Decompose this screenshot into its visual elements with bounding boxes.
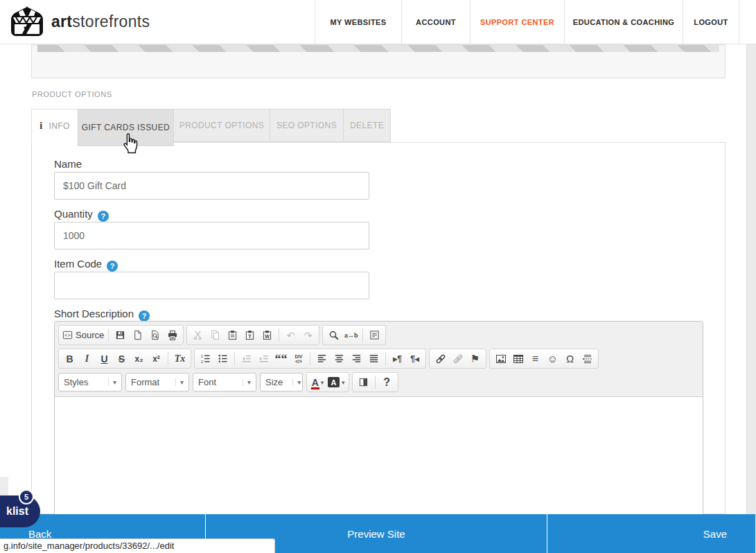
numbered-list-button[interactable] [197,350,214,367]
item-code-help-icon[interactable]: ? [107,261,118,272]
remove-format-button[interactable]: Tx [171,350,188,367]
redo-icon[interactable]: ↷ [299,326,317,344]
anchor-button[interactable]: ⚑ [466,350,484,367]
italic-button[interactable]: I [78,350,96,367]
print-button[interactable] [164,326,181,344]
size-dropdown[interactable]: Size▾ [260,373,303,392]
chevron-down-icon: ▾ [342,379,345,386]
source-button[interactable]: Source [61,326,105,344]
horizontal-line-button[interactable]: ≡ [527,350,544,367]
item-code-label-text: Item Code [54,258,102,270]
new-page-button[interactable] [129,326,146,344]
brand-regular: storefronts [72,12,150,30]
cut-icon[interactable] [189,326,206,344]
tab-seo-options[interactable]: SEO OPTIONS [270,109,344,142]
paste-text-button[interactable] [241,326,258,344]
brand-logo[interactable]: artstorefronts [10,6,150,37]
div-container-button[interactable] [290,350,307,367]
info-icon: i [39,121,42,132]
loading-stripe-bar [37,45,719,52]
nav-logout[interactable]: LOGOUT [683,0,739,44]
maximize-button[interactable] [355,374,372,391]
nav-my-websites[interactable]: MY WEBSITES [315,0,402,44]
nav-account[interactable]: ACCOUNT [402,0,471,44]
about-button[interactable]: ? [378,374,396,391]
quantity-help-icon[interactable]: ? [98,211,109,222]
background-color-button[interactable]: A▾ [326,374,346,391]
text-color-icon: A [312,378,319,387]
size-dropdown-label: Size [265,377,283,387]
tab-product-options-label: PRODUCT OPTIONS [179,121,264,130]
vertical-scrollbar[interactable] [746,44,756,553]
align-left-button[interactable] [313,350,331,367]
bulleted-list-button[interactable] [214,350,231,367]
info-tab-panel: Name Quantity? Item Code? Short Descript… [31,142,726,514]
tab-info[interactable]: i INFO [31,109,78,143]
undo-icon[interactable]: ↶ [282,326,299,344]
tab-product-options[interactable]: PRODUCT OPTIONS [173,109,270,142]
bold-button[interactable]: B [61,350,78,367]
superscript-button[interactable]: x² [148,350,165,367]
toolbar-divider [108,328,109,342]
text-direction-ltr-button[interactable]: ▸¶ [389,350,406,367]
chevron-down-icon: ▾ [321,379,324,386]
quantity-input[interactable] [54,222,369,249]
increase-indent-icon[interactable] [255,350,272,367]
toolbar-group-insert: ≡ ☺ Ω [489,349,599,369]
save-button[interactable] [112,326,129,344]
underline-button[interactable]: U [96,350,113,367]
blockquote-button[interactable]: ““ [272,350,290,367]
align-center-button[interactable] [331,350,348,367]
toolbar-group-tools: ? [352,372,398,392]
replace-button[interactable]: a↔b [342,326,360,344]
item-code-input[interactable] [54,272,369,299]
nav-support-center[interactable]: SUPPORT CENTER [471,0,565,44]
table-button[interactable] [509,350,527,367]
storefront-tent-icon [10,6,44,37]
text-direction-rtl-button[interactable]: ¶◂ [406,350,423,367]
align-justify-button[interactable] [365,350,383,367]
image-button[interactable] [492,350,509,367]
item-code-label: Item Code? [54,258,118,272]
decrease-indent-icon[interactable] [238,350,255,367]
link-button[interactable] [432,350,449,367]
toolbar-group-basicstyles: B I U S x₂ x² Tx [58,349,191,369]
tab-gift-cards-label: GIFT CARDS ISSUED [82,123,170,132]
strikethrough-button[interactable]: S [113,350,130,367]
toolbar-divider [385,352,386,365]
preview-button[interactable] [146,326,164,344]
chevron-down-icon: ▾ [243,378,251,386]
styles-dropdown-label: Styles [64,377,88,387]
smiley-button[interactable]: ☺ [544,350,561,367]
paste-word-button[interactable] [258,326,276,344]
toolbar-row-3: Styles▾ Format▾ Font▾ Size▾ A▾ A▾ ? [58,371,699,393]
quantity-label-text: Quantity [54,208,93,220]
subscript-button[interactable]: x₂ [130,350,148,367]
name-input[interactable] [54,172,369,200]
format-dropdown[interactable]: Format▾ [125,373,189,392]
special-character-button[interactable]: Ω [561,350,579,367]
paste-button[interactable] [224,326,241,344]
toolbar-group-document: Source [58,325,184,345]
main-nav: MY WEBSITES ACCOUNT SUPPORT CENTER EDUCA… [315,0,739,44]
toolbar-group-links: ⚑ [429,349,486,369]
tab-delete[interactable]: DELETE [343,109,391,142]
tab-info-label: INFO [49,121,70,131]
select-all-button[interactable] [366,326,383,344]
unlink-icon[interactable] [449,350,466,367]
nav-education-coaching[interactable]: EDUCATION & COACHING [565,0,683,44]
toolbar-divider [375,376,376,389]
chevron-down-icon: ▾ [175,378,184,386]
copy-icon[interactable] [206,326,224,344]
font-dropdown[interactable]: Font▾ [193,373,256,392]
save-button[interactable]: Save [547,514,755,553]
short-description-help-icon[interactable]: ? [139,310,150,322]
chevron-down-icon: ▾ [108,378,116,386]
page-break-button[interactable] [579,350,596,367]
find-button[interactable] [325,326,342,344]
styles-dropdown[interactable]: Styles▾ [58,373,122,392]
format-dropdown-label: Format [131,377,159,387]
text-color-button[interactable]: A▾ [309,374,326,391]
align-right-button[interactable] [348,350,365,367]
toolbar-row-2: B I U S x₂ x² Tx ““ [58,348,699,369]
